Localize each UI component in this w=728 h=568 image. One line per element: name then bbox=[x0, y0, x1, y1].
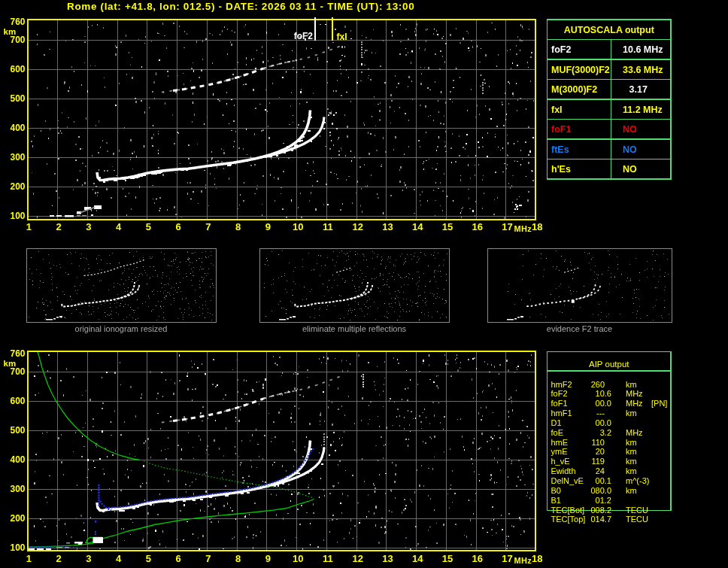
svg-text:AUTOSCALA output: AUTOSCALA output bbox=[564, 25, 655, 35]
svg-text:B1: B1 bbox=[551, 496, 561, 505]
svg-text:NO: NO bbox=[623, 124, 637, 135]
svg-text:12: 12 bbox=[352, 553, 362, 564]
svg-text:6: 6 bbox=[176, 553, 181, 564]
svg-text:3.17: 3.17 bbox=[629, 84, 648, 95]
svg-text:km: km bbox=[4, 27, 17, 36]
svg-text:00.1: 00.1 bbox=[596, 476, 611, 485]
svg-text:11: 11 bbox=[323, 553, 333, 564]
svg-text:33.6 MHz: 33.6 MHz bbox=[623, 65, 663, 75]
svg-text:7: 7 bbox=[205, 553, 211, 564]
svg-text:760: 760 bbox=[10, 17, 25, 27]
svg-text:600: 600 bbox=[10, 396, 25, 406]
svg-text:10.6 MHz: 10.6 MHz bbox=[623, 44, 663, 55]
svg-text:17: 17 bbox=[502, 221, 512, 232]
svg-text:TECU: TECU bbox=[626, 515, 648, 524]
svg-text:100: 100 bbox=[10, 542, 25, 553]
svg-text:700: 700 bbox=[10, 35, 25, 45]
svg-text:km: km bbox=[626, 409, 637, 418]
svg-text:300: 300 bbox=[10, 152, 25, 163]
svg-text:Ewidth: Ewidth bbox=[551, 466, 576, 475]
svg-text:[PN]: [PN] bbox=[651, 399, 667, 408]
svg-text:3: 3 bbox=[86, 221, 91, 232]
svg-text:foF2: foF2 bbox=[551, 389, 568, 398]
svg-text:h_vE: h_vE bbox=[551, 457, 570, 466]
svg-text:km: km bbox=[626, 438, 637, 447]
svg-text:16: 16 bbox=[472, 553, 482, 564]
svg-text:200: 200 bbox=[10, 181, 25, 192]
svg-text:3.2: 3.2 bbox=[600, 428, 611, 437]
svg-text:500: 500 bbox=[10, 425, 25, 436]
svg-text:original ionogram resized: original ionogram resized bbox=[75, 324, 168, 333]
svg-text:3: 3 bbox=[86, 553, 91, 564]
svg-text:M(3000)F2: M(3000)F2 bbox=[551, 84, 597, 95]
svg-text:eliminate multiple reflections: eliminate multiple reflections bbox=[302, 324, 407, 333]
svg-text:18: 18 bbox=[532, 221, 542, 232]
svg-text:hmE: hmE bbox=[551, 438, 569, 447]
svg-text:4: 4 bbox=[116, 221, 122, 232]
svg-text:NO: NO bbox=[623, 164, 637, 175]
svg-text:7: 7 bbox=[205, 221, 211, 232]
svg-text:NO: NO bbox=[623, 144, 637, 155]
svg-text:km: km bbox=[4, 359, 17, 368]
svg-text:500: 500 bbox=[10, 93, 25, 104]
svg-text:080.0: 080.0 bbox=[590, 486, 611, 495]
svg-text:13: 13 bbox=[382, 221, 393, 232]
svg-text:400: 400 bbox=[10, 454, 25, 465]
svg-text:110: 110 bbox=[591, 438, 605, 447]
svg-text:MUF(3000)F2: MUF(3000)F2 bbox=[551, 65, 610, 75]
svg-text:760: 760 bbox=[10, 348, 25, 359]
svg-text:TECU: TECU bbox=[626, 506, 648, 515]
svg-text:foF1: foF1 bbox=[551, 399, 568, 408]
svg-text:260: 260 bbox=[591, 380, 605, 389]
svg-text:ymE: ymE bbox=[551, 447, 568, 456]
svg-text:ftEs: ftEs bbox=[551, 144, 569, 155]
svg-text:hmF1: hmF1 bbox=[551, 409, 572, 418]
svg-text:hmF2: hmF2 bbox=[551, 380, 572, 389]
svg-text:9: 9 bbox=[265, 553, 271, 564]
svg-text:2: 2 bbox=[56, 553, 62, 564]
svg-text:fxI: fxI bbox=[337, 32, 347, 42]
svg-text:TEC[Bot]: TEC[Bot] bbox=[551, 506, 585, 515]
svg-text:5: 5 bbox=[146, 221, 151, 232]
svg-text:15: 15 bbox=[442, 553, 453, 564]
svg-text:400: 400 bbox=[10, 123, 25, 133]
svg-text:AIP output: AIP output bbox=[589, 360, 629, 369]
svg-text:700: 700 bbox=[10, 366, 25, 377]
svg-text:00.0: 00.0 bbox=[596, 399, 611, 408]
svg-text:km: km bbox=[626, 380, 637, 389]
svg-text:008.2: 008.2 bbox=[590, 506, 611, 515]
svg-text:D1: D1 bbox=[551, 418, 562, 427]
svg-text:foF2: foF2 bbox=[294, 31, 314, 41]
svg-text:4: 4 bbox=[116, 553, 122, 564]
svg-text:---: --- bbox=[596, 409, 605, 418]
svg-text:11: 11 bbox=[323, 221, 333, 232]
svg-text:14: 14 bbox=[412, 221, 423, 232]
svg-text:9: 9 bbox=[265, 221, 271, 232]
svg-text:12: 12 bbox=[352, 221, 362, 232]
svg-text:200: 200 bbox=[10, 513, 25, 524]
svg-text:MHz: MHz bbox=[514, 556, 532, 565]
svg-text:6: 6 bbox=[176, 221, 181, 232]
svg-text:00.0: 00.0 bbox=[596, 418, 611, 427]
svg-text:8: 8 bbox=[235, 553, 241, 564]
svg-text:17: 17 bbox=[502, 553, 512, 564]
svg-text:DelN_vE: DelN_vE bbox=[551, 476, 584, 485]
svg-text:119: 119 bbox=[591, 457, 605, 466]
svg-text:foF2: foF2 bbox=[551, 44, 571, 55]
svg-text:11.2 MHz: 11.2 MHz bbox=[623, 105, 663, 115]
svg-text:100: 100 bbox=[10, 211, 25, 221]
svg-text:14: 14 bbox=[412, 553, 423, 564]
svg-text:01.2: 01.2 bbox=[596, 496, 611, 505]
svg-text:18: 18 bbox=[532, 553, 542, 564]
svg-text:MHz: MHz bbox=[626, 389, 643, 398]
svg-text:foF1: foF1 bbox=[551, 124, 571, 135]
svg-text:5: 5 bbox=[146, 553, 151, 564]
svg-text:Rome (lat: +41.8, lon: 012.5): Rome (lat: +41.8, lon: 012.5) - DATE: 20… bbox=[67, 1, 414, 12]
svg-text:km: km bbox=[626, 486, 637, 495]
svg-text:600: 600 bbox=[10, 64, 25, 74]
svg-text:300: 300 bbox=[10, 484, 25, 494]
svg-text:MHz: MHz bbox=[626, 428, 643, 437]
svg-text:foE: foE bbox=[551, 428, 564, 437]
svg-text:km: km bbox=[626, 466, 637, 475]
svg-text:8: 8 bbox=[235, 221, 241, 232]
